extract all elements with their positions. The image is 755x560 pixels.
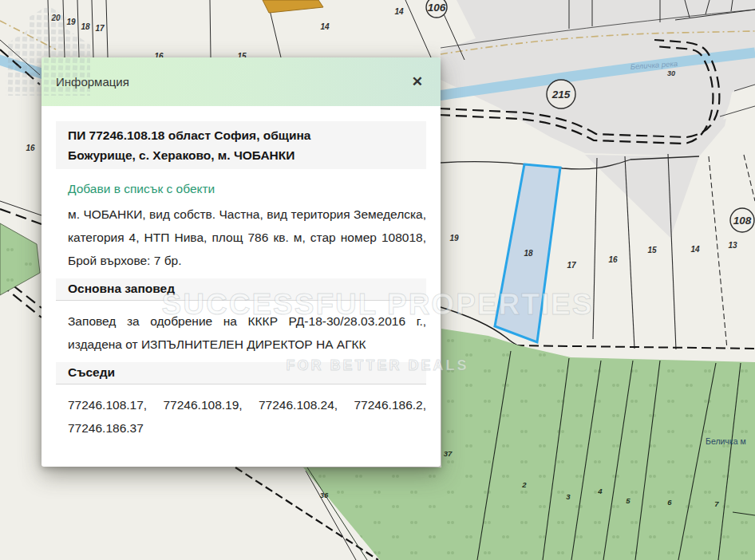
parcel-label: 6 <box>667 498 672 507</box>
parcel-label: 37 <box>444 449 453 458</box>
parcel-label: 4 <box>597 487 603 495</box>
section-title-neighbors: Съседи <box>56 362 426 385</box>
parcel-label: 3 <box>566 492 571 501</box>
parcel-label: 36 <box>320 491 329 499</box>
parcel-label: 18 <box>81 22 90 31</box>
parcel-label: 13 <box>728 241 737 250</box>
parcel-label: 19 <box>449 234 459 243</box>
parcel-label: 2 <box>521 480 527 489</box>
circle-label-106: 106 <box>428 2 446 14</box>
parcel-label: 7 <box>714 499 719 508</box>
info-popup: Информация ✕ ПИ 77246.108.18 област Софи… <box>42 57 441 467</box>
parcel-label: 19 <box>66 18 76 26</box>
parcel-details-text: м. ЧОБАНКИ, вид собств. Частна, вид тери… <box>68 203 426 272</box>
cadastral-map-app: 106 215 108 20 19 18 17 14 14 16 15 16 1… <box>0 0 755 560</box>
popup-header: Информация ✕ <box>42 57 441 106</box>
popup-body: ПИ 77246.108.18 област София, община Бож… <box>42 106 441 440</box>
parcel-label: 14 <box>394 7 404 16</box>
add-to-list-link[interactable]: Добави в списък с обекти <box>68 182 215 196</box>
section-title-main-order: Основна заповед <box>56 278 426 301</box>
circle-label-215: 215 <box>551 89 571 101</box>
circle-label-108: 108 <box>733 215 752 227</box>
locality-label: Беличка м <box>706 436 746 446</box>
river-number-label: 30 <box>667 69 675 77</box>
popup-title: Информация <box>56 75 129 89</box>
parcel-label: 20 <box>50 14 61 22</box>
parcel-label-selected: 18 <box>524 249 533 258</box>
parcel-label: 17 <box>95 24 105 33</box>
main-order-text: Заповед за одобрение на КККР РД-18-30/28… <box>68 310 426 356</box>
parcel-label: 16 <box>26 144 35 152</box>
parcel-header: ПИ 77246.108.18 област София, община Бож… <box>56 121 426 169</box>
neighbors-text: 77246.108.17, 77246.108.19, 77246.108.24… <box>68 393 426 440</box>
close-icon[interactable]: ✕ <box>407 72 428 92</box>
parcel-label: 14 <box>320 22 330 31</box>
parcel-label: 17 <box>567 261 576 270</box>
parcel-label: 5 <box>626 496 630 505</box>
parcel-label: 14 <box>690 245 700 254</box>
parcel-label: 15 <box>647 246 657 254</box>
parcel-label: 16 <box>608 255 618 264</box>
